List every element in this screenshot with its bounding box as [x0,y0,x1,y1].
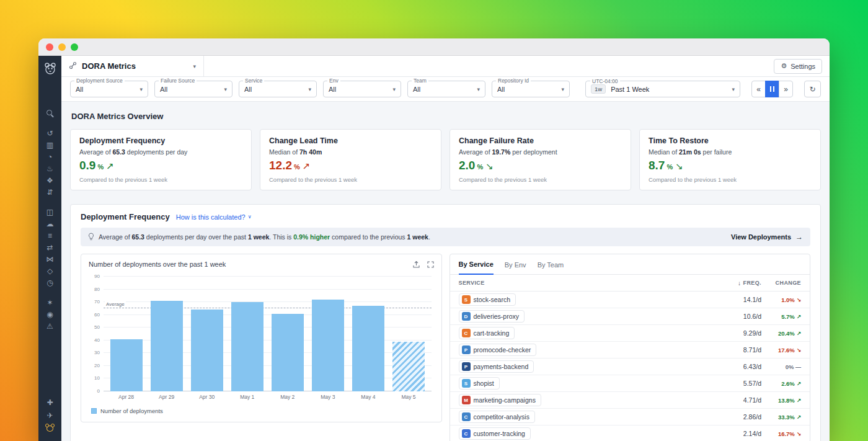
bar-may-2[interactable] [272,314,304,391]
rewind-button[interactable]: « [751,81,766,97]
filter-label: Deployment Source [74,78,125,84]
launch-icon[interactable]: ✈ [38,410,61,421]
cloud-icon[interactable]: ☁ [38,218,61,229]
incidents-icon[interactable]: ♨ [38,163,61,174]
filter-label: Service [243,78,264,84]
metrics-icon[interactable]: ▥ [38,140,61,150]
bar-may-3[interactable] [312,300,344,391]
gauge-icon[interactable]: ◔ [38,151,61,162]
bar-may-1[interactable] [231,302,264,391]
catalog-icon[interactable]: ≡ [38,230,61,241]
bear-active-icon[interactable] [38,423,61,434]
change-value: 5.7% ↗ [761,313,801,320]
how-calculated-link[interactable]: How is this calculated? ∨ [176,213,252,221]
table-row[interactable]: Ddeliveries-proxy10.6/d5.7% ↗ [450,308,810,325]
table-row[interactable]: Ccompetitor-analysis2.86/d33.3% ↗ [450,409,810,425]
column-freq[interactable]: ↓ FREQ. [717,280,761,287]
service-chip[interactable]: Sshopist [459,377,500,390]
service-chip[interactable]: Mmarketing-campaigns [459,394,541,406]
alerts-icon[interactable]: ⚠ [38,321,61,331]
metric-subtitle: Median of 21m 0s per failure [649,148,812,156]
table-row[interactable]: Ccart-tracking9.29/d20.4% ↗ [450,325,810,342]
close-button[interactable] [46,43,53,51]
sidebar-nav: ↺▥◔♨❖⇵◫☁≡⇄⋈◇◷✶◉⚠ [38,107,61,332]
bar-may-5[interactable] [392,342,425,391]
bar-chart: Average 9080706050403020100 [104,277,432,391]
export-icon[interactable] [413,261,420,268]
settings-button[interactable]: ⚙ Settings [774,59,822,74]
x-tick-label: Apr 29 [146,394,187,400]
app-header: DORA Metrics ▾ ⚙ Settings [61,56,830,77]
column-service[interactable]: SERVICE [459,280,717,286]
service-chip[interactable]: Ccart-tracking [459,327,515,339]
dashboard-selector[interactable]: DORA Metrics ▾ [61,56,204,76]
search-icon[interactable] [38,108,61,118]
trend-flat-icon: — [795,364,801,370]
experiments-icon[interactable]: ✶ [38,297,61,308]
tab-by-service[interactable]: By Service [459,261,494,275]
service-chip[interactable]: Ccompetitor-analysis [459,411,535,423]
minimize-button[interactable] [58,43,66,51]
page-title: DORA Metrics [82,61,136,71]
freq-value: 8.71/d [717,346,761,354]
bulb-icon [88,233,94,242]
bar-apr-29[interactable] [151,301,183,391]
chart-title: Number of deployments over the past 1 we… [89,261,226,268]
tab-by-env[interactable]: By Env [505,261,526,274]
bar-may-4[interactable] [352,306,384,391]
table-row[interactable]: Ppromocode-checker8.71/d17.6% ↘ [450,342,810,359]
packages-icon[interactable]: ◇ [38,265,61,276]
change-value: 20.4% ↗ [761,330,801,337]
table-row[interactable]: Mmarketing-campaigns4.71/d13.8% ↗ [450,392,810,409]
service-chip[interactable]: Sstock-search [459,293,516,306]
trend-down-icon: ↘ [796,431,801,437]
forward-button[interactable]: » [779,81,793,97]
range-label: Past 1 Week [611,86,649,93]
sync-icon[interactable]: ⇄ [38,242,61,252]
bear-logo-icon[interactable] [43,61,58,78]
history-icon[interactable]: ↺ [38,128,61,138]
time-range-picker[interactable]: UTC-04:00 1w Past 1 Week ▾ [585,81,740,97]
main-content: DORA Metrics Overview Deployment Frequen… [61,102,830,441]
monitors-icon[interactable]: ◉ [38,309,61,319]
pause-button[interactable] [765,81,779,97]
metric-cards-row: Deployment FrequencyAverage of 65.3 depl… [70,129,821,190]
table-body: Sstock-search14.1/d1.0% ↘Ddeliveries-pro… [450,292,810,441]
service-name: cart-tracking [474,329,510,337]
integrations-icon[interactable]: ⋈ [38,254,61,264]
expand-icon[interactable] [427,261,434,268]
filter-failure-source: Failure SourceAll▾ [154,81,232,97]
service-chip[interactable]: Ppayments-backend [459,360,534,373]
deployments-icon[interactable]: ⇵ [38,187,61,197]
table-row[interactable]: Sshopist5.57/d2.6% ↗ [450,375,810,392]
table-row[interactable]: Sstock-search14.1/d1.0% ↘ [450,292,810,308]
column-change[interactable]: CHANGE [761,280,801,286]
table-row[interactable]: Ccustomer-tracking2.14/d16.7% ↘ [450,425,810,441]
trend-down-icon: ↘ [485,161,494,172]
service-chip[interactable]: Ddeliveries-proxy [459,310,525,323]
labs-icon[interactable]: ✚ [38,397,61,408]
chevron-down-icon: ▾ [477,86,480,92]
schedule-icon[interactable]: ◷ [38,277,61,288]
range-shortcut-chip[interactable]: 1w [591,84,606,94]
bars-group [104,277,432,391]
filters-group: Deployment SourceAll▾Failure SourceAll▾S… [70,81,570,97]
zoom-button[interactable] [71,43,78,51]
trend-down-icon: ↘ [796,347,801,354]
tab-by-team[interactable]: By Team [538,261,564,274]
bar-apr-28[interactable] [110,339,143,391]
service-chip[interactable]: Ccustomer-tracking [459,427,531,440]
bar-apr-30[interactable] [191,310,223,391]
services-icon[interactable]: ❖ [38,175,61,185]
x-tick-label: May 5 [388,394,428,400]
filter-value: All [413,86,420,93]
trend-up-icon: ↗ [796,314,801,320]
teams-icon[interactable]: ◫ [38,207,61,217]
service-chip[interactable]: Ppromocode-checker [459,344,537,356]
service-name: customer-tracking [474,430,525,437]
view-deployments-link[interactable]: View Deployments → [731,233,803,241]
table-row[interactable]: Ppayments-backend6.43/d0% — [450,359,810,375]
filter-label: Env [327,78,340,84]
refresh-button[interactable]: ↻ [804,81,821,97]
filter-value: All [76,86,83,93]
